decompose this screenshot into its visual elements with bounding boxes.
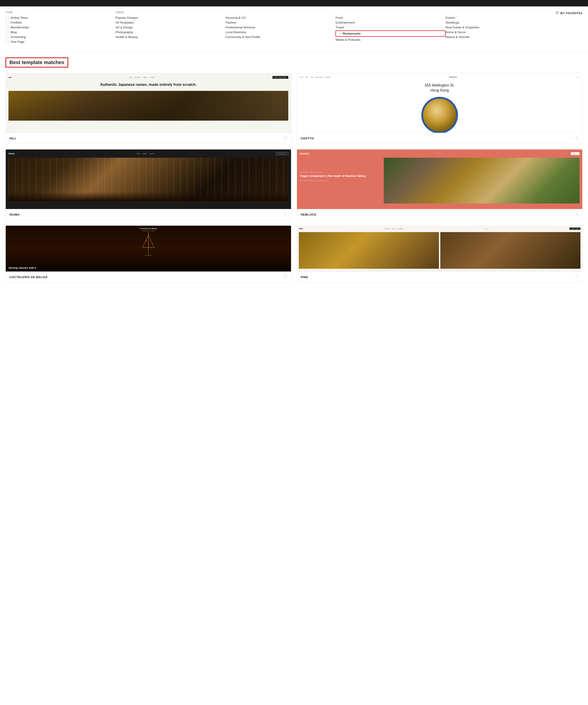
- nav-topic-columns: Popular Designs All Templates Art & Desi…: [116, 16, 555, 45]
- topic-real-estate[interactable]: Real Estate & Properties: [446, 26, 555, 29]
- hemlock-footer: HEMLOCK ♡: [297, 209, 582, 220]
- template-card-chotto[interactable]: Home Menu Chef Reservations Location Cho…: [297, 73, 583, 144]
- cocteleria-preview: Cocteleria de Belisa LocationContact: [6, 226, 291, 272]
- main-content: Best template matches Hill Menu Our Stor…: [0, 52, 588, 288]
- cocteleria-favorite-button[interactable]: ♡: [284, 274, 287, 279]
- topic-community[interactable]: Community & Non-Profits: [226, 35, 335, 39]
- hemlock-text-overlay: 123 Home Street · Hemlock, NY 14843 Vega…: [300, 172, 482, 181]
- hemlock-sub: Book a Table 613.468.5833 | Images Provi…: [300, 180, 482, 181]
- topic-health-beauty[interactable]: Health & Beauty: [116, 35, 225, 39]
- svg-line-0: [143, 235, 148, 247]
- template-card-hill[interactable]: Hill Menu Our Story Gallery Contact Make…: [5, 73, 291, 144]
- topic-weddings[interactable]: Weddings: [446, 21, 555, 24]
- templates-grid: Hill Menu Our Story Gallery Contact Make…: [5, 73, 583, 282]
- topic-all-templates[interactable]: All Templates: [116, 21, 225, 24]
- type-item-one-page[interactable]: One Page: [5, 40, 116, 44]
- type-item-online-store[interactable]: Online Store: [5, 16, 116, 19]
- checkbox-online-store[interactable]: [5, 16, 9, 19]
- type-item-scheduling[interactable]: Scheduling: [5, 35, 116, 39]
- hemlock-nav: Hemlock 𝕏 𝕗 ◎ Visit Us: [300, 152, 580, 155]
- template-card-cocteleria[interactable]: Cocteleria de Belisa LocationContact: [5, 226, 291, 282]
- iduma-footer: IDUMA ♡: [6, 209, 291, 220]
- nav-topic-col-4: Events Weddings Real Estate & Properties…: [446, 16, 555, 45]
- cocteleria-name: COCTELERÍA DE BELISA: [9, 275, 48, 279]
- template-card-hemlock[interactable]: Hemlock 𝕏 𝕗 ◎ Visit Us 123 Home Street ·…: [297, 149, 583, 220]
- my-favorites-button[interactable]: ♡ MY FAVORITES: [555, 11, 583, 15]
- iduma-name: IDUMA: [9, 213, 20, 216]
- chotto-plate-image: [421, 97, 458, 133]
- hill-footer: HILL ♡: [6, 133, 291, 143]
- cocteleria-footer: COCTELERÍA DE BELISA ♡: [6, 272, 291, 282]
- pine-food-image-1: [299, 232, 439, 269]
- chotto-preview: Home Menu Chef Reservations Location Cho…: [297, 73, 582, 133]
- pine-favorite-button[interactable]: ♡: [575, 274, 579, 279]
- nav-type-header: TYPE: [5, 11, 116, 14]
- nav-topic-list-4: Events Weddings Real Estate & Properties…: [446, 16, 555, 39]
- topic-local-business[interactable]: Local Business: [226, 31, 335, 34]
- section-title: Best template matches: [5, 57, 68, 67]
- topic-media-podcasts[interactable]: Media & Podcasts: [335, 38, 445, 41]
- pine-preview: Pine Our Story Press Locations 𝕗 𝕏 ◎ Boo…: [297, 226, 582, 272]
- type-item-portfolio[interactable]: Portfolio: [5, 21, 116, 24]
- hemlock-address: 123 Home Street · Hemlock, NY 14843: [300, 172, 482, 173]
- hemlock-favorite-button[interactable]: ♡: [575, 212, 579, 217]
- checkbox-scheduling[interactable]: [5, 36, 9, 39]
- topic-events[interactable]: Events: [446, 16, 555, 19]
- hill-food-image: [8, 91, 288, 121]
- cocteleria-nav: Cocteleria de Belisa LocationContact: [140, 228, 157, 231]
- chotto-nav: Home Menu Chef Reservations Location Cho…: [300, 76, 580, 78]
- hill-headline: Authentic Japanese ramen, made entirely …: [8, 82, 288, 87]
- topic-nature-animals[interactable]: Nature & Animals: [446, 35, 555, 39]
- topic-entertainment[interactable]: Entertainment: [335, 21, 445, 24]
- nav-topic-col-3: Food Entertainment Travel Restaurants Me…: [335, 16, 445, 45]
- template-card-iduma[interactable]: Iduma Menu Gallery Contact Reservations …: [5, 149, 291, 220]
- nav-topic-header: TOPIC: [116, 11, 555, 14]
- top-bar: [0, 0, 588, 6]
- hemlock-name: HEMLOCK: [301, 213, 316, 216]
- topic-popular-designs[interactable]: Popular Designs: [116, 16, 225, 19]
- checkbox-memberships[interactable]: [5, 26, 9, 29]
- hemlock-headline: Vegan restaurant in the heart of Hudson …: [300, 174, 482, 178]
- topic-photography[interactable]: Photography: [116, 31, 225, 34]
- pine-footer: PINE ♡: [297, 272, 582, 282]
- pine-images: [299, 232, 580, 269]
- cocktail-glass-icon: [141, 235, 155, 262]
- type-item-blog[interactable]: Blog: [5, 31, 116, 34]
- svg-line-1: [148, 235, 154, 247]
- type-item-memberships[interactable]: Memberships: [5, 26, 116, 29]
- pine-name: PINE: [301, 275, 308, 279]
- nav-columns: TYPE Online Store Portfolio: [5, 11, 555, 45]
- chotto-address: 555 Wellington St.Hong Kong: [300, 83, 580, 93]
- iduma-favorite-button[interactable]: ♡: [284, 212, 287, 217]
- hill-preview: Hill Menu Our Story Gallery Contact Make…: [6, 73, 291, 133]
- topic-travel[interactable]: Travel: [335, 26, 445, 29]
- nav-topic-list-3: Food Entertainment Travel Restaurants Me…: [335, 16, 445, 41]
- iduma-preview: Iduma Menu Gallery Contact Reservations: [6, 149, 291, 209]
- iduma-interior-image: [8, 158, 288, 201]
- checkbox-one-page[interactable]: [5, 40, 9, 44]
- svg-point-6: [149, 243, 150, 245]
- hemlock-preview: Hemlock 𝕏 𝕗 ◎ Visit Us 123 Home Street ·…: [297, 149, 582, 209]
- chotto-name: CHOTTO: [301, 137, 314, 140]
- nav-type-list: Online Store Portfolio Memberships: [5, 16, 116, 44]
- topic-professional-services[interactable]: Professional Services: [226, 26, 335, 29]
- checkbox-portfolio[interactable]: [5, 21, 9, 24]
- heart-icon: ♡: [555, 11, 559, 15]
- hill-favorite-button[interactable]: ♡: [284, 136, 287, 141]
- chotto-favorite-button[interactable]: ♡: [575, 136, 579, 141]
- nav-col-type: TYPE Online Store Portfolio: [5, 11, 116, 45]
- topic-personal-cv[interactable]: Personal & CV: [226, 16, 335, 19]
- hill-name: HILL: [9, 137, 16, 140]
- template-card-pine[interactable]: Pine Our Story Press Locations 𝕗 𝕏 ◎ Boo…: [297, 226, 583, 282]
- topic-fashion[interactable]: Fashion: [226, 21, 335, 24]
- nav-topic-col-2: Personal & CV Fashion Professional Servi…: [226, 16, 335, 45]
- topic-art-design[interactable]: Art & Design: [116, 26, 225, 29]
- topic-home-decor[interactable]: Home & Decor: [446, 31, 555, 34]
- checkbox-blog[interactable]: [5, 31, 9, 34]
- topic-food[interactable]: Food: [335, 16, 445, 19]
- cocteleria-footer-text: Serving classics with a: [8, 267, 288, 269]
- nav-area: TYPE Online Store Portfolio: [0, 6, 588, 52]
- nav-topic-col-1: Popular Designs All Templates Art & Desi…: [116, 16, 225, 45]
- topic-restaurants[interactable]: Restaurants: [335, 31, 445, 37]
- hemlock-main: 123 Home Street · Hemlock, NY 14843 Vega…: [300, 158, 580, 203]
